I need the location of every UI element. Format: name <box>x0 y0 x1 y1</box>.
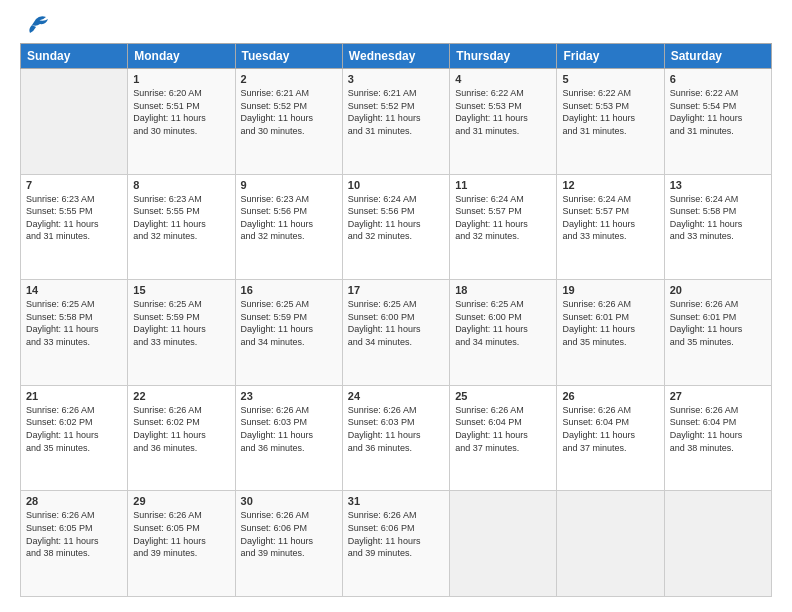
day-info: Sunrise: 6:25 AM Sunset: 6:00 PM Dayligh… <box>348 298 444 348</box>
day-cell: 26Sunrise: 6:26 AM Sunset: 6:04 PM Dayli… <box>557 385 664 491</box>
day-number: 7 <box>26 179 122 191</box>
day-number: 6 <box>670 73 766 85</box>
day-cell: 21Sunrise: 6:26 AM Sunset: 6:02 PM Dayli… <box>21 385 128 491</box>
day-cell: 12Sunrise: 6:24 AM Sunset: 5:57 PM Dayli… <box>557 174 664 280</box>
day-cell: 23Sunrise: 6:26 AM Sunset: 6:03 PM Dayli… <box>235 385 342 491</box>
day-info: Sunrise: 6:26 AM Sunset: 6:02 PM Dayligh… <box>133 404 229 454</box>
day-number: 18 <box>455 284 551 296</box>
day-number: 28 <box>26 495 122 507</box>
day-number: 30 <box>241 495 337 507</box>
day-cell: 31Sunrise: 6:26 AM Sunset: 6:06 PM Dayli… <box>342 491 449 597</box>
day-number: 5 <box>562 73 658 85</box>
day-cell: 22Sunrise: 6:26 AM Sunset: 6:02 PM Dayli… <box>128 385 235 491</box>
day-cell: 11Sunrise: 6:24 AM Sunset: 5:57 PM Dayli… <box>450 174 557 280</box>
day-number: 21 <box>26 390 122 402</box>
day-info: Sunrise: 6:25 AM Sunset: 5:59 PM Dayligh… <box>133 298 229 348</box>
day-header-tuesday: Tuesday <box>235 44 342 69</box>
day-number: 9 <box>241 179 337 191</box>
day-number: 31 <box>348 495 444 507</box>
day-info: Sunrise: 6:25 AM Sunset: 5:58 PM Dayligh… <box>26 298 122 348</box>
day-cell: 7Sunrise: 6:23 AM Sunset: 5:55 PM Daylig… <box>21 174 128 280</box>
day-number: 16 <box>241 284 337 296</box>
day-info: Sunrise: 6:24 AM Sunset: 5:58 PM Dayligh… <box>670 193 766 243</box>
day-info: Sunrise: 6:26 AM Sunset: 6:04 PM Dayligh… <box>562 404 658 454</box>
day-cell: 2Sunrise: 6:21 AM Sunset: 5:52 PM Daylig… <box>235 69 342 175</box>
day-info: Sunrise: 6:25 AM Sunset: 5:59 PM Dayligh… <box>241 298 337 348</box>
week-row-2: 7Sunrise: 6:23 AM Sunset: 5:55 PM Daylig… <box>21 174 772 280</box>
day-info: Sunrise: 6:26 AM Sunset: 6:04 PM Dayligh… <box>455 404 551 454</box>
day-cell <box>664 491 771 597</box>
day-info: Sunrise: 6:21 AM Sunset: 5:52 PM Dayligh… <box>348 87 444 137</box>
day-cell: 6Sunrise: 6:22 AM Sunset: 5:54 PM Daylig… <box>664 69 771 175</box>
day-info: Sunrise: 6:24 AM Sunset: 5:56 PM Dayligh… <box>348 193 444 243</box>
day-cell: 19Sunrise: 6:26 AM Sunset: 6:01 PM Dayli… <box>557 280 664 386</box>
day-info: Sunrise: 6:26 AM Sunset: 6:03 PM Dayligh… <box>241 404 337 454</box>
day-number: 15 <box>133 284 229 296</box>
day-info: Sunrise: 6:26 AM Sunset: 6:04 PM Dayligh… <box>670 404 766 454</box>
day-cell <box>557 491 664 597</box>
day-number: 12 <box>562 179 658 191</box>
day-info: Sunrise: 6:22 AM Sunset: 5:54 PM Dayligh… <box>670 87 766 137</box>
day-cell: 15Sunrise: 6:25 AM Sunset: 5:59 PM Dayli… <box>128 280 235 386</box>
day-cell: 3Sunrise: 6:21 AM Sunset: 5:52 PM Daylig… <box>342 69 449 175</box>
day-number: 11 <box>455 179 551 191</box>
day-info: Sunrise: 6:25 AM Sunset: 6:00 PM Dayligh… <box>455 298 551 348</box>
day-info: Sunrise: 6:26 AM Sunset: 6:03 PM Dayligh… <box>348 404 444 454</box>
day-cell: 30Sunrise: 6:26 AM Sunset: 6:06 PM Dayli… <box>235 491 342 597</box>
day-info: Sunrise: 6:26 AM Sunset: 6:01 PM Dayligh… <box>562 298 658 348</box>
day-cell <box>21 69 128 175</box>
day-info: Sunrise: 6:22 AM Sunset: 5:53 PM Dayligh… <box>562 87 658 137</box>
day-cell: 8Sunrise: 6:23 AM Sunset: 5:55 PM Daylig… <box>128 174 235 280</box>
day-number: 20 <box>670 284 766 296</box>
day-cell: 5Sunrise: 6:22 AM Sunset: 5:53 PM Daylig… <box>557 69 664 175</box>
day-cell: 27Sunrise: 6:26 AM Sunset: 6:04 PM Dayli… <box>664 385 771 491</box>
day-info: Sunrise: 6:26 AM Sunset: 6:02 PM Dayligh… <box>26 404 122 454</box>
day-cell: 4Sunrise: 6:22 AM Sunset: 5:53 PM Daylig… <box>450 69 557 175</box>
day-info: Sunrise: 6:26 AM Sunset: 6:06 PM Dayligh… <box>241 509 337 559</box>
day-info: Sunrise: 6:26 AM Sunset: 6:01 PM Dayligh… <box>670 298 766 348</box>
day-cell <box>450 491 557 597</box>
day-number: 25 <box>455 390 551 402</box>
day-info: Sunrise: 6:22 AM Sunset: 5:53 PM Dayligh… <box>455 87 551 137</box>
week-row-4: 21Sunrise: 6:26 AM Sunset: 6:02 PM Dayli… <box>21 385 772 491</box>
day-cell: 28Sunrise: 6:26 AM Sunset: 6:05 PM Dayli… <box>21 491 128 597</box>
day-header-friday: Friday <box>557 44 664 69</box>
day-info: Sunrise: 6:26 AM Sunset: 6:05 PM Dayligh… <box>26 509 122 559</box>
day-info: Sunrise: 6:21 AM Sunset: 5:52 PM Dayligh… <box>241 87 337 137</box>
day-cell: 17Sunrise: 6:25 AM Sunset: 6:00 PM Dayli… <box>342 280 449 386</box>
day-cell: 29Sunrise: 6:26 AM Sunset: 6:05 PM Dayli… <box>128 491 235 597</box>
day-cell: 9Sunrise: 6:23 AM Sunset: 5:56 PM Daylig… <box>235 174 342 280</box>
day-header-thursday: Thursday <box>450 44 557 69</box>
day-number: 2 <box>241 73 337 85</box>
day-cell: 24Sunrise: 6:26 AM Sunset: 6:03 PM Dayli… <box>342 385 449 491</box>
day-cell: 14Sunrise: 6:25 AM Sunset: 5:58 PM Dayli… <box>21 280 128 386</box>
day-header-saturday: Saturday <box>664 44 771 69</box>
day-cell: 16Sunrise: 6:25 AM Sunset: 5:59 PM Dayli… <box>235 280 342 386</box>
day-header-sunday: Sunday <box>21 44 128 69</box>
day-number: 10 <box>348 179 444 191</box>
day-cell: 1Sunrise: 6:20 AM Sunset: 5:51 PM Daylig… <box>128 69 235 175</box>
calendar-table: SundayMondayTuesdayWednesdayThursdayFrid… <box>20 43 772 597</box>
day-info: Sunrise: 6:26 AM Sunset: 6:05 PM Dayligh… <box>133 509 229 559</box>
day-cell: 13Sunrise: 6:24 AM Sunset: 5:58 PM Dayli… <box>664 174 771 280</box>
day-info: Sunrise: 6:23 AM Sunset: 5:56 PM Dayligh… <box>241 193 337 243</box>
day-header-monday: Monday <box>128 44 235 69</box>
day-cell: 10Sunrise: 6:24 AM Sunset: 5:56 PM Dayli… <box>342 174 449 280</box>
day-info: Sunrise: 6:20 AM Sunset: 5:51 PM Dayligh… <box>133 87 229 137</box>
day-number: 1 <box>133 73 229 85</box>
calendar-page: SundayMondayTuesdayWednesdayThursdayFrid… <box>0 0 792 612</box>
day-cell: 18Sunrise: 6:25 AM Sunset: 6:00 PM Dayli… <box>450 280 557 386</box>
day-number: 3 <box>348 73 444 85</box>
day-number: 4 <box>455 73 551 85</box>
logo-bird-icon <box>22 15 50 37</box>
day-info: Sunrise: 6:23 AM Sunset: 5:55 PM Dayligh… <box>26 193 122 243</box>
day-number: 24 <box>348 390 444 402</box>
day-number: 27 <box>670 390 766 402</box>
day-number: 29 <box>133 495 229 507</box>
day-number: 14 <box>26 284 122 296</box>
week-row-1: 1Sunrise: 6:20 AM Sunset: 5:51 PM Daylig… <box>21 69 772 175</box>
day-number: 22 <box>133 390 229 402</box>
day-info: Sunrise: 6:26 AM Sunset: 6:06 PM Dayligh… <box>348 509 444 559</box>
day-number: 19 <box>562 284 658 296</box>
header <box>20 15 772 33</box>
